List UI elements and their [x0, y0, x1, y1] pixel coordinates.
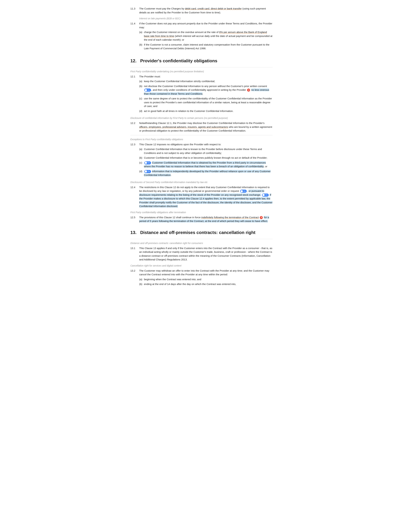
subsection-11-4: 11.4 If the Customer does not pay any am… — [130, 22, 273, 51]
sub-text: act in good faith at all times in relati… — [144, 109, 273, 113]
divider — [130, 67, 273, 67]
section-13-heading: 13. Distance and off-premises contracts:… — [130, 229, 273, 236]
list-item: (d) On information that is independently… — [139, 170, 273, 177]
toggle-d[interactable]: On — [144, 170, 151, 173]
sub-text: keep the Customer Confidential Informati… — [144, 79, 273, 83]
highlight-text-b: no less onerous than those contained in … — [144, 88, 269, 95]
sub-text: Customer Confidential Information that i… — [144, 156, 273, 160]
sub-label: (c) — [139, 161, 144, 168]
highlight-text-d: information that is independently develo… — [144, 170, 271, 177]
divider — [130, 239, 273, 239]
sub-label: (b) — [139, 282, 144, 286]
subsection-number: 12.4 — [130, 185, 139, 208]
subsection-12-3: 12.3 This Clause 12 imposes no obligatio… — [130, 143, 273, 178]
sub-text: not disclose the Customer Confidential I… — [144, 84, 273, 96]
list-item: (a) beginning when the Contract was ente… — [139, 278, 273, 281]
sub-text: Customer Confidential Information that i… — [144, 147, 273, 155]
subsection-number: 12.3 — [130, 143, 139, 178]
sub-text: beginning when the Contract was entered … — [144, 278, 273, 281]
italic-heading-interest: Interest on late payments (B2B or B2C) — [139, 17, 273, 20]
highlight-text-c: Customer Confidential Information that i… — [144, 161, 266, 168]
sub-list: (a) beginning when the Contract was ente… — [139, 278, 273, 286]
subsection-number: 12.1 — [130, 75, 139, 114]
list-item: (b) Customer Confidential Information th… — [139, 156, 273, 160]
list-item: (b) if the Customer is not a consumer, c… — [139, 43, 273, 51]
toggle-circle — [145, 170, 147, 172]
subsection-13-2: 13.2 The Customer may withdraw an offer … — [130, 269, 273, 287]
sub-label: (b) — [139, 43, 144, 51]
italic-heading-second-party: Disclosures of Second Party confidential… — [130, 180, 273, 184]
toggle-12-4b[interactable]: On — [262, 194, 269, 196]
section-number: 12. — [130, 57, 138, 64]
italic-heading-distance: Distance and off-premises contracts: can… — [130, 241, 273, 245]
subsection-content: If the Customer does not pay any amount … — [139, 22, 273, 51]
sub-text: On Customer Confidential Information tha… — [144, 161, 273, 168]
document-container: 11.3 The Customer must pay the Charges b… — [130, 7, 273, 287]
sub-text: use the same degree of care to protect t… — [144, 97, 273, 108]
italic-heading-cancellation: Cancellation right for services and digi… — [130, 264, 273, 267]
subsection-number: 11.3 — [130, 7, 139, 14]
toggle-circle — [145, 89, 147, 91]
interest-rate-text: 8% per annum above the Bank of England b… — [144, 31, 267, 38]
red-circle-b[interactable]: ✕ — [247, 89, 250, 92]
list-item: (b) not disclose the Customer Confidenti… — [139, 84, 273, 96]
red-circle-12-5[interactable]: ✕ — [260, 216, 263, 219]
subsection-number: 11.4 — [130, 22, 139, 51]
officers-text: officers, employees, professional advise… — [139, 126, 228, 128]
sub-list: (a) keep the Customer Confidential Infor… — [139, 79, 273, 113]
list-item: (a) keep the Customer Confidential Infor… — [139, 79, 273, 83]
subsection-content: This Clause 13 applies if and only if th… — [139, 246, 273, 262]
sub-text: ending at the end of 14 days after the d… — [144, 282, 273, 286]
subsection-number: 12.2 — [130, 121, 139, 133]
sub-label: (d) — [139, 170, 144, 177]
subsection-12-1: 12.1 The Provider must: (a) keep the Cus… — [130, 75, 273, 114]
toggle-c[interactable]: On — [144, 161, 151, 165]
subsection-content: The provisions of this Clause 12 shall c… — [139, 215, 273, 223]
sub-label: (a) — [139, 147, 144, 155]
subsection-12-4: 12.4 The restrictions in this Clause 12 … — [130, 185, 273, 208]
italic-heading-termination: First Party confidentiality obligations … — [130, 211, 273, 214]
subsection-13-1: 13.1 This Clause 13 applies if and only … — [130, 246, 273, 262]
italic-heading-first-party: First Party confidentiality undertaking … — [130, 70, 273, 73]
sub-label: (a) — [139, 79, 144, 83]
subsection-content: The Customer must pay the Charges by deb… — [139, 7, 273, 14]
subsection-12-5: 12.5 The provisions of this Clause 12 sh… — [130, 215, 273, 223]
list-item: (d) act in good faith at all times in re… — [139, 109, 273, 113]
payment-methods-text: debit card, credit card, direct debit or… — [185, 7, 242, 10]
sub-label: (b) — [139, 84, 144, 96]
subsection-number: 12.5 — [130, 215, 139, 223]
sub-label: (d) — [139, 109, 144, 113]
sub-list: (a) Customer Confidential Information th… — [139, 147, 273, 177]
subsection-number: 13.1 — [130, 246, 139, 262]
italic-heading-exceptions: Exceptions to First Party confidentialit… — [130, 138, 273, 141]
italic-heading-disclosure: Disclosure of confidential information b… — [130, 116, 273, 120]
sub-list: (a) charge the Customer interest on the … — [139, 30, 273, 51]
toggle-12-4[interactable]: On — [240, 190, 247, 193]
section-title: Distance and off-premises contracts: can… — [140, 229, 256, 236]
indefinitely-text: indefinitely following the termination o… — [201, 216, 259, 219]
list-item: (c) On Customer Confidential Information… — [139, 161, 273, 168]
sub-text: if the Customer is not a consumer, claim… — [144, 43, 273, 51]
list-item: (a) Customer Confidential Information th… — [139, 147, 273, 155]
sub-label: (b) — [139, 156, 144, 160]
sub-label: (a) — [139, 30, 144, 42]
section-title: Provider's confidentiality obligations — [140, 57, 217, 64]
list-item: (c) use the same degree of care to prote… — [139, 97, 273, 108]
subsection-content: The restrictions in this Clause 12 do no… — [139, 185, 273, 208]
toggle-circle — [263, 194, 265, 196]
sub-text: charge the Customer interest on the over… — [144, 30, 273, 42]
subsection-content: The Customer may withdraw an offer to en… — [139, 269, 273, 287]
list-item: (b) ending at the end of 14 days after t… — [139, 282, 273, 286]
subsection-12-2: 12.2 Notwithstanding Clause 12.1, the Pr… — [130, 121, 273, 133]
toggle-circle — [241, 190, 243, 192]
subsection-content: This Clause 12 imposes no obligations up… — [139, 143, 273, 178]
toggle-b-consent[interactable]: On — [144, 89, 151, 92]
subsection-content: The Provider must: (a) keep the Customer… — [139, 75, 273, 114]
subsection-content: Notwithstanding Clause 12.1, the Provide… — [139, 121, 273, 133]
section-12-heading: 12. Provider's confidentiality obligatio… — [130, 57, 273, 64]
subsection-number: 13.2 — [130, 269, 139, 287]
section-number: 13. — [130, 229, 138, 236]
divider — [130, 135, 273, 135]
sub-label: (c) — [139, 97, 144, 108]
subsection-11-3: 11.3 The Customer must pay the Charges b… — [130, 7, 273, 14]
